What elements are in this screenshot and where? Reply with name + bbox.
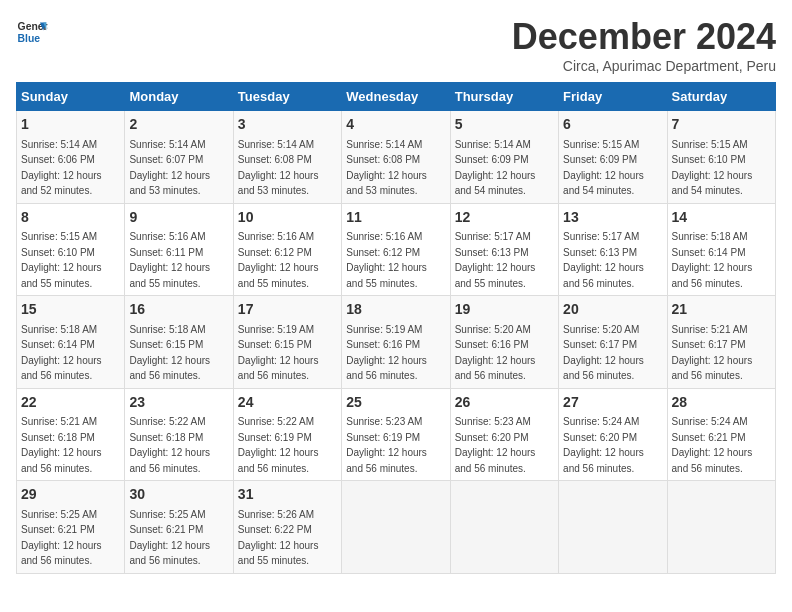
calendar-cell: 25Sunrise: 5:23 AMSunset: 6:19 PMDayligh… xyxy=(342,388,450,481)
calendar-week-2: 8Sunrise: 5:15 AMSunset: 6:10 PMDaylight… xyxy=(17,203,776,296)
calendar-cell: 6Sunrise: 5:15 AMSunset: 6:09 PMDaylight… xyxy=(559,111,667,204)
day-info: Sunrise: 5:21 AMSunset: 6:17 PMDaylight:… xyxy=(672,324,753,382)
day-number: 4 xyxy=(346,115,445,135)
calendar-cell xyxy=(450,481,558,574)
calendar-cell: 22Sunrise: 5:21 AMSunset: 6:18 PMDayligh… xyxy=(17,388,125,481)
day-number: 11 xyxy=(346,208,445,228)
day-info: Sunrise: 5:16 AMSunset: 6:12 PMDaylight:… xyxy=(346,231,427,289)
day-info: Sunrise: 5:21 AMSunset: 6:18 PMDaylight:… xyxy=(21,416,102,474)
calendar-cell: 30Sunrise: 5:25 AMSunset: 6:21 PMDayligh… xyxy=(125,481,233,574)
calendar-cell: 31Sunrise: 5:26 AMSunset: 6:22 PMDayligh… xyxy=(233,481,341,574)
day-info: Sunrise: 5:18 AMSunset: 6:14 PMDaylight:… xyxy=(672,231,753,289)
day-number: 10 xyxy=(238,208,337,228)
header-day-wednesday: Wednesday xyxy=(342,83,450,111)
header-day-saturday: Saturday xyxy=(667,83,775,111)
calendar-table: SundayMondayTuesdayWednesdayThursdayFrid… xyxy=(16,82,776,574)
calendar-header-row: SundayMondayTuesdayWednesdayThursdayFrid… xyxy=(17,83,776,111)
day-info: Sunrise: 5:23 AMSunset: 6:20 PMDaylight:… xyxy=(455,416,536,474)
header-day-monday: Monday xyxy=(125,83,233,111)
title-area: December 2024 Circa, Apurimac Department… xyxy=(512,16,776,74)
calendar-cell: 8Sunrise: 5:15 AMSunset: 6:10 PMDaylight… xyxy=(17,203,125,296)
day-number: 31 xyxy=(238,485,337,505)
day-number: 16 xyxy=(129,300,228,320)
day-number: 7 xyxy=(672,115,771,135)
day-info: Sunrise: 5:14 AMSunset: 6:08 PMDaylight:… xyxy=(346,139,427,197)
calendar-cell: 14Sunrise: 5:18 AMSunset: 6:14 PMDayligh… xyxy=(667,203,775,296)
calendar-cell: 2Sunrise: 5:14 AMSunset: 6:07 PMDaylight… xyxy=(125,111,233,204)
day-info: Sunrise: 5:17 AMSunset: 6:13 PMDaylight:… xyxy=(455,231,536,289)
day-info: Sunrise: 5:19 AMSunset: 6:16 PMDaylight:… xyxy=(346,324,427,382)
day-number: 8 xyxy=(21,208,120,228)
calendar-cell: 29Sunrise: 5:25 AMSunset: 6:21 PMDayligh… xyxy=(17,481,125,574)
calendar-cell: 26Sunrise: 5:23 AMSunset: 6:20 PMDayligh… xyxy=(450,388,558,481)
calendar-cell xyxy=(342,481,450,574)
header-day-friday: Friday xyxy=(559,83,667,111)
day-number: 14 xyxy=(672,208,771,228)
calendar-cell: 19Sunrise: 5:20 AMSunset: 6:16 PMDayligh… xyxy=(450,296,558,389)
day-number: 21 xyxy=(672,300,771,320)
calendar-cell: 18Sunrise: 5:19 AMSunset: 6:16 PMDayligh… xyxy=(342,296,450,389)
day-info: Sunrise: 5:22 AMSunset: 6:18 PMDaylight:… xyxy=(129,416,210,474)
page-header: General Blue December 2024 Circa, Apurim… xyxy=(16,16,776,74)
calendar-cell: 9Sunrise: 5:16 AMSunset: 6:11 PMDaylight… xyxy=(125,203,233,296)
day-number: 20 xyxy=(563,300,662,320)
day-info: Sunrise: 5:20 AMSunset: 6:17 PMDaylight:… xyxy=(563,324,644,382)
day-number: 3 xyxy=(238,115,337,135)
day-number: 23 xyxy=(129,393,228,413)
day-info: Sunrise: 5:18 AMSunset: 6:14 PMDaylight:… xyxy=(21,324,102,382)
calendar-week-4: 22Sunrise: 5:21 AMSunset: 6:18 PMDayligh… xyxy=(17,388,776,481)
logo: General Blue xyxy=(16,16,48,48)
day-number: 18 xyxy=(346,300,445,320)
day-info: Sunrise: 5:16 AMSunset: 6:12 PMDaylight:… xyxy=(238,231,319,289)
calendar-cell: 15Sunrise: 5:18 AMSunset: 6:14 PMDayligh… xyxy=(17,296,125,389)
day-number: 5 xyxy=(455,115,554,135)
day-number: 24 xyxy=(238,393,337,413)
calendar-week-1: 1Sunrise: 5:14 AMSunset: 6:06 PMDaylight… xyxy=(17,111,776,204)
day-number: 1 xyxy=(21,115,120,135)
day-info: Sunrise: 5:15 AMSunset: 6:09 PMDaylight:… xyxy=(563,139,644,197)
calendar-cell: 23Sunrise: 5:22 AMSunset: 6:18 PMDayligh… xyxy=(125,388,233,481)
day-number: 15 xyxy=(21,300,120,320)
calendar-cell: 10Sunrise: 5:16 AMSunset: 6:12 PMDayligh… xyxy=(233,203,341,296)
day-number: 12 xyxy=(455,208,554,228)
logo-icon: General Blue xyxy=(16,16,48,48)
calendar-cell: 17Sunrise: 5:19 AMSunset: 6:15 PMDayligh… xyxy=(233,296,341,389)
day-number: 28 xyxy=(672,393,771,413)
day-number: 26 xyxy=(455,393,554,413)
header-day-thursday: Thursday xyxy=(450,83,558,111)
day-number: 30 xyxy=(129,485,228,505)
day-info: Sunrise: 5:23 AMSunset: 6:19 PMDaylight:… xyxy=(346,416,427,474)
svg-text:Blue: Blue xyxy=(18,33,41,44)
day-info: Sunrise: 5:26 AMSunset: 6:22 PMDaylight:… xyxy=(238,509,319,567)
month-title: December 2024 xyxy=(512,16,776,58)
day-info: Sunrise: 5:14 AMSunset: 6:07 PMDaylight:… xyxy=(129,139,210,197)
day-info: Sunrise: 5:14 AMSunset: 6:06 PMDaylight:… xyxy=(21,139,102,197)
calendar-cell: 28Sunrise: 5:24 AMSunset: 6:21 PMDayligh… xyxy=(667,388,775,481)
day-info: Sunrise: 5:15 AMSunset: 6:10 PMDaylight:… xyxy=(672,139,753,197)
day-info: Sunrise: 5:16 AMSunset: 6:11 PMDaylight:… xyxy=(129,231,210,289)
day-number: 9 xyxy=(129,208,228,228)
calendar-week-3: 15Sunrise: 5:18 AMSunset: 6:14 PMDayligh… xyxy=(17,296,776,389)
header-day-sunday: Sunday xyxy=(17,83,125,111)
day-number: 25 xyxy=(346,393,445,413)
day-number: 19 xyxy=(455,300,554,320)
day-info: Sunrise: 5:14 AMSunset: 6:08 PMDaylight:… xyxy=(238,139,319,197)
day-info: Sunrise: 5:15 AMSunset: 6:10 PMDaylight:… xyxy=(21,231,102,289)
day-number: 2 xyxy=(129,115,228,135)
day-number: 27 xyxy=(563,393,662,413)
calendar-cell: 16Sunrise: 5:18 AMSunset: 6:15 PMDayligh… xyxy=(125,296,233,389)
calendar-cell xyxy=(559,481,667,574)
calendar-cell: 11Sunrise: 5:16 AMSunset: 6:12 PMDayligh… xyxy=(342,203,450,296)
location-subtitle: Circa, Apurimac Department, Peru xyxy=(512,58,776,74)
calendar-cell: 27Sunrise: 5:24 AMSunset: 6:20 PMDayligh… xyxy=(559,388,667,481)
calendar-cell: 24Sunrise: 5:22 AMSunset: 6:19 PMDayligh… xyxy=(233,388,341,481)
calendar-cell xyxy=(667,481,775,574)
day-info: Sunrise: 5:22 AMSunset: 6:19 PMDaylight:… xyxy=(238,416,319,474)
day-number: 17 xyxy=(238,300,337,320)
day-number: 22 xyxy=(21,393,120,413)
calendar-week-5: 29Sunrise: 5:25 AMSunset: 6:21 PMDayligh… xyxy=(17,481,776,574)
day-info: Sunrise: 5:24 AMSunset: 6:20 PMDaylight:… xyxy=(563,416,644,474)
calendar-cell: 7Sunrise: 5:15 AMSunset: 6:10 PMDaylight… xyxy=(667,111,775,204)
day-info: Sunrise: 5:17 AMSunset: 6:13 PMDaylight:… xyxy=(563,231,644,289)
day-info: Sunrise: 5:25 AMSunset: 6:21 PMDaylight:… xyxy=(21,509,102,567)
